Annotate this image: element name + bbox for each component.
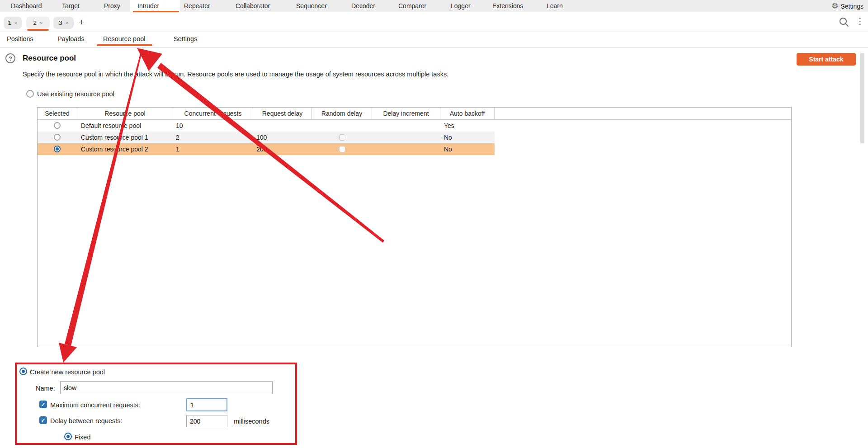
menu-item-comparer[interactable]: Comparer bbox=[398, 0, 426, 12]
overflow-menu-icon[interactable]: ⋮ bbox=[856, 16, 864, 27]
column-header-auto-backoff[interactable]: Auto backoff bbox=[440, 108, 495, 119]
attack-tabs-bar: 1 × 2 × 3 × + ⋮ bbox=[0, 13, 868, 32]
help-icon[interactable]: ? bbox=[5, 53, 15, 63]
intruder-subtabs: Positions Payloads Resource pool Setting… bbox=[0, 33, 868, 48]
search-icon[interactable] bbox=[838, 16, 850, 28]
row-select-radio[interactable] bbox=[54, 122, 61, 129]
cell-concurrent: 1 bbox=[176, 143, 179, 155]
menu-item-sequencer[interactable]: Sequencer bbox=[296, 0, 327, 12]
column-header-random-delay[interactable]: Random delay bbox=[312, 108, 372, 119]
column-header-selected[interactable]: Selected bbox=[38, 108, 77, 119]
menu-item-dashboard[interactable]: Dashboard bbox=[11, 0, 42, 12]
cell-request-delay: 100 bbox=[256, 132, 267, 143]
tab-settings[interactable]: Settings bbox=[174, 33, 197, 46]
random-delay-checkbox[interactable] bbox=[339, 134, 345, 141]
cell-concurrent: 2 bbox=[176, 132, 179, 143]
gear-icon: ⚙ bbox=[831, 2, 838, 10]
menu-item-target[interactable]: Target bbox=[62, 0, 80, 12]
menu-item-decoder[interactable]: Decoder bbox=[351, 0, 375, 12]
attack-tab-1-label: 1 bbox=[8, 19, 12, 26]
cell-auto-backoff: No bbox=[444, 132, 452, 143]
table-row-selected[interactable]: Custom resource pool 2 1 200 No bbox=[38, 143, 495, 155]
row-select-radio[interactable] bbox=[54, 146, 61, 152]
menu-item-proxy[interactable]: Proxy bbox=[104, 0, 120, 12]
menu-item-repeater[interactable]: Repeater bbox=[184, 0, 210, 12]
menu-item-intruder[interactable]: Intruder bbox=[137, 0, 159, 12]
random-delay-checkbox[interactable] bbox=[339, 146, 345, 152]
settings-label: Settings bbox=[840, 3, 863, 10]
main-menu-bar: Dashboard Target Proxy Intruder Repeater… bbox=[0, 0, 868, 12]
cell-auto-backoff: Yes bbox=[444, 120, 454, 132]
use-existing-label[interactable]: Use existing resource pool bbox=[37, 90, 114, 98]
attack-tab-3[interactable]: 3 × bbox=[53, 17, 74, 29]
column-header-delay-increment[interactable]: Delay increment bbox=[372, 108, 440, 119]
menu-item-extensions[interactable]: Extensions bbox=[492, 0, 523, 12]
resource-pool-selected-underline bbox=[97, 44, 152, 46]
attack-tab-3-label: 3 bbox=[59, 19, 62, 26]
attack-tab-2[interactable]: 2 × bbox=[26, 17, 50, 29]
intruder-selected-underline bbox=[133, 11, 179, 12]
row-select-radio[interactable] bbox=[54, 134, 61, 141]
use-existing-radio[interactable] bbox=[26, 90, 34, 98]
table-row[interactable]: Default resource pool 10 Yes bbox=[38, 120, 495, 132]
resource-pool-table-panel: Selected Resource pool Concurrent reques… bbox=[37, 107, 792, 347]
close-icon[interactable]: × bbox=[40, 20, 42, 26]
menu-item-collaborator[interactable]: Collaborator bbox=[236, 0, 270, 12]
tab-positions[interactable]: Positions bbox=[7, 33, 33, 46]
settings-button[interactable]: ⚙ Settings bbox=[831, 0, 863, 12]
cell-auto-backoff: No bbox=[444, 143, 452, 155]
attack-tab-1[interactable]: 1 × bbox=[4, 17, 22, 29]
table-row[interactable]: Custom resource pool 1 2 100 No bbox=[38, 132, 495, 143]
start-attack-button[interactable]: Start attack bbox=[797, 53, 856, 66]
tab-payloads[interactable]: Payloads bbox=[57, 33, 85, 46]
column-header-resource-pool[interactable]: Resource pool bbox=[77, 108, 173, 119]
attack-tab-2-label: 2 bbox=[33, 19, 37, 26]
page-description: Specify the resource pool in which the a… bbox=[23, 71, 448, 78]
scrollbar-thumb[interactable] bbox=[860, 53, 864, 143]
close-icon[interactable]: × bbox=[14, 20, 17, 26]
table-header-row: Selected Resource pool Concurrent reques… bbox=[38, 108, 791, 120]
cell-pool-name: Custom resource pool 1 bbox=[81, 132, 148, 143]
cell-request-delay: 200 bbox=[256, 143, 267, 155]
column-header-request-delay[interactable]: Request delay bbox=[253, 108, 312, 119]
menu-item-learn[interactable]: Learn bbox=[547, 0, 563, 12]
cell-pool-name: Default resource pool bbox=[81, 120, 141, 132]
annotation-rectangle bbox=[15, 363, 297, 445]
attack-tab-selected-underline bbox=[27, 29, 49, 31]
page-title: Resource pool bbox=[23, 54, 76, 63]
cell-concurrent: 10 bbox=[176, 120, 183, 132]
cell-pool-name: Custom resource pool 2 bbox=[81, 143, 148, 155]
menu-item-logger[interactable]: Logger bbox=[451, 0, 471, 12]
column-header-concurrent-requests[interactable]: Concurrent requests bbox=[173, 108, 253, 119]
add-tab-button[interactable]: + bbox=[79, 17, 84, 27]
close-icon[interactable]: × bbox=[66, 20, 68, 26]
